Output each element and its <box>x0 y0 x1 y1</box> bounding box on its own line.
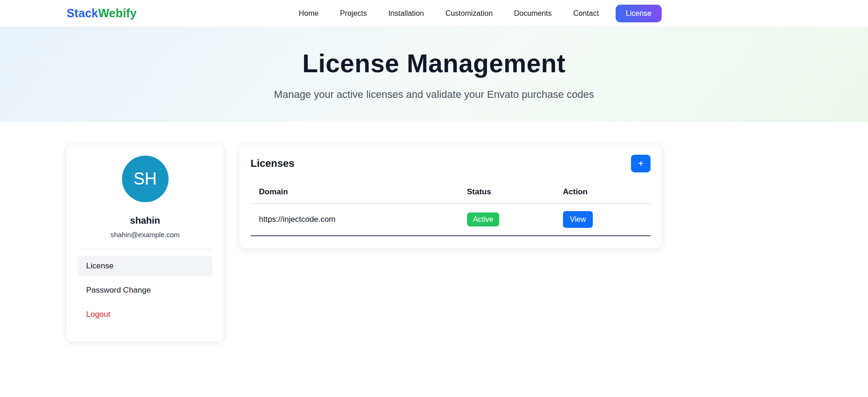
licenses-table-head: Domain Status Action <box>251 183 651 204</box>
profile-name: shahin <box>78 215 212 226</box>
profile-card: SH shahin shahin@example.com License Pas… <box>67 144 224 342</box>
nav-item-installation[interactable]: Installation <box>388 9 424 18</box>
licenses-title: Licenses <box>251 157 294 170</box>
license-status-cell: Active <box>459 204 555 236</box>
licenses-card-header: Licenses + <box>251 155 651 172</box>
nav-item-projects[interactable]: Projects <box>340 9 367 18</box>
column-header-action: Action <box>555 183 651 204</box>
page-title: License Management <box>274 48 594 78</box>
menu-item-logout[interactable]: Logout <box>78 304 212 325</box>
view-button[interactable]: View <box>563 211 593 228</box>
licenses-table-body: https://injectcode.com Active View <box>251 204 651 236</box>
profile-menu: License Password Change Logout <box>78 256 212 325</box>
license-domain: https://injectcode.com <box>251 204 459 236</box>
logo-part-stack: Stack <box>67 7 98 20</box>
page-subtitle: Manage your active licenses and validate… <box>274 89 594 101</box>
menu-item-license[interactable]: License <box>78 256 212 276</box>
nav-license-button[interactable]: License <box>616 5 662 22</box>
navbar-inner: StackWebify Home Projects Installation C… <box>67 5 662 22</box>
nav-item-contact[interactable]: Contact <box>573 9 599 18</box>
logo-part-webify: Webify <box>98 7 137 20</box>
nav-item-documents[interactable]: Documents <box>514 9 552 18</box>
profile-email: shahin@example.com <box>78 231 212 239</box>
hero-section: License Management Manage your active li… <box>0 27 868 122</box>
license-action-cell: View <box>555 204 651 236</box>
status-badge: Active <box>467 212 500 226</box>
navbar: StackWebify Home Projects Installation C… <box>0 0 868 27</box>
add-license-button[interactable]: + <box>631 155 651 172</box>
nav-links: Home Projects Installation Customization… <box>298 5 662 22</box>
licenses-table: Domain Status Action https://injectcode.… <box>251 183 651 236</box>
column-header-status: Status <box>459 183 555 204</box>
logo[interactable]: StackWebify <box>67 7 136 20</box>
nav-item-home[interactable]: Home <box>298 9 319 18</box>
profile-divider <box>78 249 212 249</box>
table-row: https://injectcode.com Active View <box>251 204 651 236</box>
nav-item-customization[interactable]: Customization <box>445 9 492 18</box>
table-header-row: Domain Status Action <box>251 183 651 204</box>
column-header-domain: Domain <box>251 183 459 204</box>
avatar: SH <box>122 156 169 202</box>
licenses-card: Licenses + Domain Status Action https://… <box>239 144 662 248</box>
menu-item-password-change[interactable]: Password Change <box>78 280 212 301</box>
main-content: SH shahin shahin@example.com License Pas… <box>67 144 662 342</box>
